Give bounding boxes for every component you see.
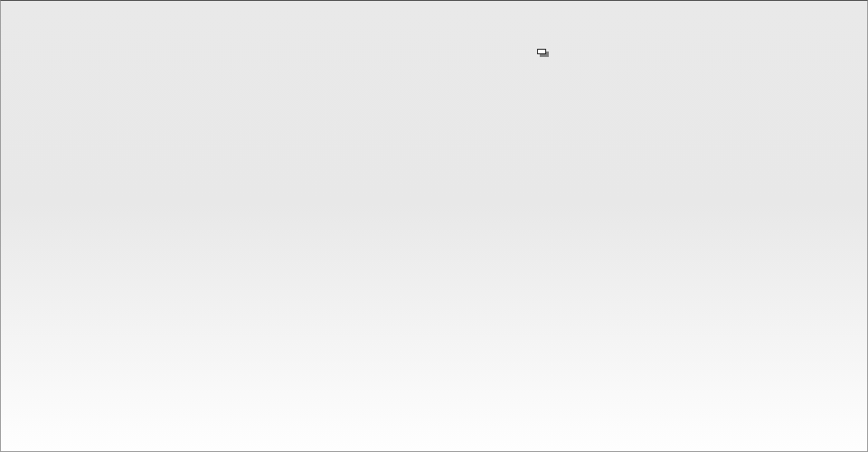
legend [537, 49, 546, 54]
plot-canvas[interactable] [1, 1, 868, 452]
chart-window [0, 0, 868, 452]
